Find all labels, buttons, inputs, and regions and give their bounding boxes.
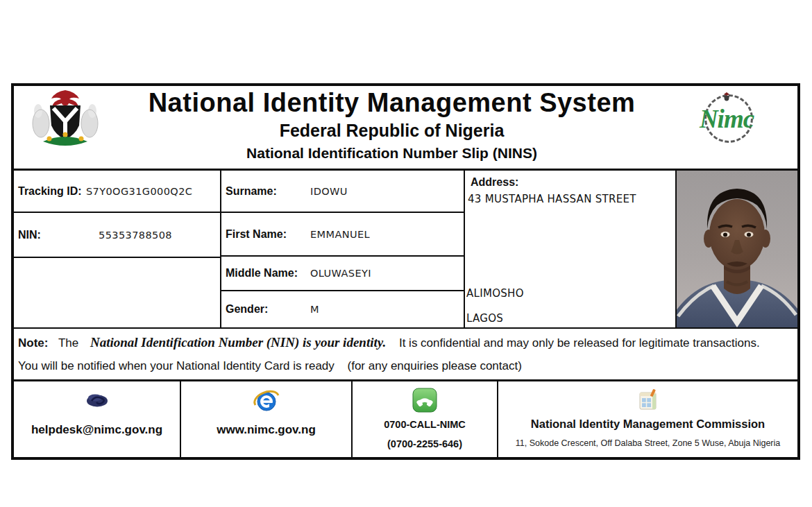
commission-name: National Identity Management Commission [531, 418, 765, 431]
gender-value: M [310, 304, 319, 315]
portrait-photo [677, 171, 797, 327]
names-column: Surname: IDOWU First Name: EMMANUEL Midd… [221, 171, 465, 327]
identity-details-grid: Tracking ID: S7Y0OG31G000Q2C NIN: 553537… [14, 171, 797, 329]
nin-value: 55353788508 [99, 230, 172, 241]
surname-value: IDOWU [310, 186, 348, 197]
nimc-mini-arms-icon [722, 92, 731, 103]
address-state: LAGOS [466, 312, 503, 325]
middle-name-value: OLUWASEYI [310, 268, 371, 279]
first-name-label: First Name: [226, 228, 287, 241]
tracking-id-value: S7Y0OG31G000Q2C [86, 186, 192, 197]
empty-cell [14, 258, 220, 327]
nin-row: NIN: 55353788508 [14, 213, 220, 258]
gender-row: Gender: M [221, 291, 464, 327]
coat-of-arms-icon [29, 89, 101, 153]
note-line1: Note: The National Identification Number… [18, 334, 793, 352]
tracking-id-label: Tracking ID: [18, 185, 82, 198]
gender-label: Gender: [226, 303, 268, 316]
tracking-nin-column: Tracking ID: S7Y0OG31G000Q2C NIN: 553537… [14, 171, 221, 327]
note-suffix: It is confidential and may only be relea… [399, 336, 760, 350]
address-cell: Address: 43 MUSTAPHA HASSAN STREET ALIMO… [465, 171, 677, 327]
tracking-id-row: Tracking ID: S7Y0OG31G000Q2C [14, 171, 220, 213]
page-title: National Identity Management System [111, 87, 673, 118]
phone-icon [411, 387, 439, 413]
photo-cell [677, 171, 797, 327]
commission-cell: National Identity Management Commission … [498, 381, 797, 457]
phone-number-text: 0700-CALL-NIMC [384, 419, 466, 430]
building-icon [634, 387, 662, 413]
nimc-logo: Nimc [685, 92, 768, 155]
middle-name-label: Middle Name: [226, 267, 298, 280]
note-line2: You will be notified when your National … [18, 357, 793, 375]
surname-label: Surname: [226, 185, 277, 198]
browser-icon [252, 387, 281, 413]
phone-number-digits: (0700-2255-646) [387, 438, 462, 449]
slip-header: National Identity Management System Fede… [14, 86, 797, 171]
address-lga: ALIMOSHO [466, 287, 524, 300]
email-contact-cell: helpdesk@nimc.gov.ng [14, 381, 181, 457]
nin-slip-card: National Identity Management System Fede… [11, 83, 800, 460]
helpdesk-email: helpdesk@nimc.gov.ng [31, 423, 162, 437]
note-line2b: (for any enquiries please contact) [348, 359, 522, 372]
note-emphasis: National Identification Number (NIN) is … [90, 335, 386, 350]
surname-row: Surname: IDOWU [221, 171, 464, 213]
contact-footer: helpdesk@nimc.gov.ng www.nimc.gov.ng [14, 381, 797, 457]
header-titles: National Identity Management System Fede… [111, 87, 673, 162]
phone-contact-cell: 0700-CALL-NIMC (0700-2255-646) [353, 381, 498, 457]
note-prefix: The [58, 336, 78, 350]
website-url: www.nimc.gov.ng [217, 423, 316, 437]
note-label: Note: [18, 336, 48, 350]
first-name-value: EMMANUEL [310, 229, 370, 240]
page-background: National Identity Management System Fede… [0, 0, 812, 507]
note-section: Note: The National Identification Number… [14, 329, 797, 381]
address-label: Address: [471, 176, 518, 189]
first-name-row: First Name: EMMANUEL [221, 213, 464, 257]
nimc-logo-text: Nimc [685, 104, 768, 134]
note-line2a: You will be notified when your National … [18, 359, 335, 372]
nin-label: NIN: [18, 229, 41, 241]
slip-title: National Identification Number Slip (NIN… [111, 144, 673, 162]
middle-name-row: Middle Name: OLUWASEYI [221, 257, 464, 291]
website-contact-cell: www.nimc.gov.ng [181, 381, 353, 457]
subtitle: Federal Republic of Nigeria [111, 120, 673, 141]
commission-address: 11, Sokode Crescent, Off Dalaba Street, … [516, 438, 780, 448]
email-icon [81, 387, 113, 413]
address-line1: 43 MUSTAPHA HASSAN STREET [468, 193, 636, 205]
